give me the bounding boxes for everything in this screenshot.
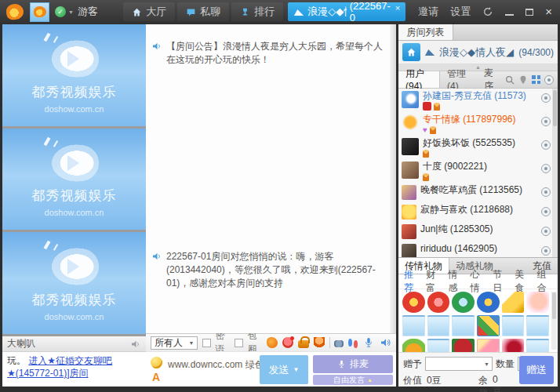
gift-item-box[interactable] (502, 315, 525, 336)
rose-icon[interactable] (282, 337, 293, 348)
user-name: 晚餐吃草鸡蛋 (1213565) (420, 185, 537, 195)
gift-item-rose-bouquet[interactable] (452, 339, 475, 352)
skin-refresh-icon[interactable] (482, 6, 493, 17)
gift-item-box[interactable] (526, 339, 549, 352)
gift-item-box[interactable] (427, 339, 450, 352)
user-camera-icon[interactable] (541, 117, 551, 126)
settings-button[interactable]: 设置 (450, 5, 471, 19)
chat-area: 【房间公告】浪漫情人夜是穷人大乐园，希望每个人在这玩的开心玩的快乐！ 22256… (146, 24, 396, 333)
tab-mic-order[interactable]: 麦序 (477, 71, 505, 88)
mic-queue-button[interactable]: 排麦 (313, 355, 393, 373)
balloons-icon[interactable] (348, 339, 352, 347)
announcement-text: 【房间公告】浪漫情人夜是穷人大乐园，希望每个人在这玩的开心玩的快乐！ (166, 40, 384, 67)
user-camera-icon[interactable] (541, 164, 551, 173)
chat-scrollbar[interactable] (390, 24, 396, 333)
user-camera-icon[interactable] (541, 140, 551, 150)
user-row[interactable]: 孙建国-秀豆充值 (11573) (398, 89, 552, 112)
give-to-label: 赠予 (403, 358, 422, 371)
font-style-icon[interactable]: A (152, 371, 160, 383)
close-button[interactable]: × (545, 6, 552, 17)
webcam-view-icon[interactable] (544, 75, 554, 85)
gift-grid-scrollbar[interactable] (551, 292, 557, 350)
tab-ranking[interactable]: 排行 (231, 2, 283, 21)
tab-admins[interactable]: 管理(4) (440, 71, 477, 88)
search-icon[interactable] (505, 75, 515, 85)
maximize-button[interactable] (525, 9, 533, 16)
user-list-scrollbar[interactable] (552, 89, 558, 257)
toast-icon[interactable] (314, 337, 325, 348)
room-tab-close-icon[interactable]: × (395, 4, 400, 12)
gift-item-box[interactable] (427, 315, 450, 336)
user-row[interactable]: Jun|纯 (1285305) (398, 222, 552, 241)
gift-item-couple[interactable] (477, 339, 500, 352)
gift-item-kiss[interactable] (502, 339, 525, 352)
gift-item-gold-pen[interactable] (502, 292, 525, 313)
free-talk-button[interactable]: 自由发言 (313, 375, 393, 385)
greet-icon[interactable] (267, 337, 278, 348)
megaphone-panel: 大喇叭 玩。 进入★征婚交友聊吧★(145772-01)]房间 (2, 336, 146, 387)
gift-item-medal-blue[interactable] (477, 292, 500, 313)
user-avatar (402, 91, 419, 108)
user-row[interactable]: 专干情缘 (117897996) ♥ (398, 112, 552, 136)
tab-users[interactable]: 用户(94) (398, 71, 440, 88)
emoji-picker-icon[interactable] (151, 357, 162, 368)
user-name: 好饭换坏饭 (5525535) (423, 138, 537, 148)
location-pin-icon[interactable] (518, 75, 528, 85)
user-camera-icon[interactable] (541, 227, 551, 236)
mic-queue-label: 排麦 (350, 358, 369, 371)
microphone-icon (337, 359, 346, 369)
user-camera-icon[interactable] (541, 187, 551, 197)
room-home-button[interactable] (402, 43, 420, 61)
user-row[interactable]: riridudu (1462905) (398, 241, 552, 257)
gift-item-medal-green[interactable] (452, 292, 475, 313)
room-list-tab[interactable]: 房间列表 (398, 24, 453, 40)
video-panel-url: doshow.com.cn (2, 312, 146, 321)
gift-send-button[interactable]: 赠送 (519, 356, 554, 384)
gift-item-medal-heart[interactable] (427, 292, 450, 313)
gift-item-box[interactable] (526, 315, 549, 336)
user-camera-icon[interactable] (541, 207, 551, 216)
gift-item-selected[interactable] (477, 315, 500, 336)
speaker-icon[interactable] (380, 337, 391, 348)
doshow-watermark-icon (50, 247, 99, 286)
give-to-select[interactable] (425, 357, 493, 371)
tab-room-active[interactable]: 浪漫◇◆情人... (222567-0 × (288, 2, 405, 21)
user-row[interactable]: 好饭换坏饭 (5525535) (398, 136, 552, 159)
audience-select[interactable]: 所有人 (151, 336, 198, 350)
member-badge-icon (423, 173, 429, 181)
lock-icon[interactable] (298, 340, 309, 348)
whisper-checkbox[interactable] (202, 339, 211, 347)
avatar[interactable] (30, 2, 49, 22)
tab-private-chat[interactable]: 私聊 (177, 2, 229, 21)
user-tabs: 用户(94) 管理(4) 麦序 (398, 71, 558, 89)
online-status-icon[interactable] (55, 6, 66, 17)
gift-item-medal-red[interactable] (402, 292, 425, 313)
audio-controls (363, 337, 391, 348)
gift-item-box[interactable] (402, 315, 425, 336)
video-panel-2[interactable]: 都秀视频娱乐 doshow.com.cn (2, 129, 146, 230)
gift-item-pink-hand[interactable] (526, 292, 549, 313)
user-row[interactable]: 寂静与喜欢 (1218688) (398, 202, 552, 222)
video-panel-3[interactable]: 都秀视频娱乐 doshow.com.cn (2, 232, 146, 334)
status-caret-icon[interactable]: ▼ (68, 9, 74, 15)
video-panel-1[interactable]: 都秀视频娱乐 doshow.com.cn (2, 24, 146, 126)
tab-lobby[interactable]: 大厅 (123, 2, 175, 21)
gift-item-fruit-basket[interactable] (402, 339, 425, 352)
gift-item-box[interactable] (452, 315, 475, 336)
speaker-icon[interactable] (131, 339, 141, 349)
current-room-row[interactable]: 浪漫◇◆情人夜◢... (94/300) (398, 41, 558, 64)
username-label[interactable]: 游客 (78, 5, 98, 19)
user-camera-icon[interactable] (541, 93, 551, 103)
grid-view-icon[interactable] (532, 75, 540, 84)
user-name: riridudu (1462905) (420, 244, 537, 254)
user-camera-icon[interactable] (541, 246, 551, 256)
send-dropdown-icon[interactable]: ▼ (293, 366, 300, 373)
send-button[interactable]: 发送▼ (260, 355, 308, 384)
user-row[interactable]: 十度 (9002221) (398, 159, 552, 183)
user-row[interactable]: 晚餐吃草鸡蛋 (1213565) (398, 183, 552, 202)
screenshot-icon[interactable] (334, 340, 343, 347)
booth-checkbox[interactable] (235, 339, 243, 347)
minimize-button[interactable] (505, 14, 514, 16)
microphone-icon[interactable] (363, 337, 374, 348)
invite-button[interactable]: 邀请 (418, 5, 438, 19)
